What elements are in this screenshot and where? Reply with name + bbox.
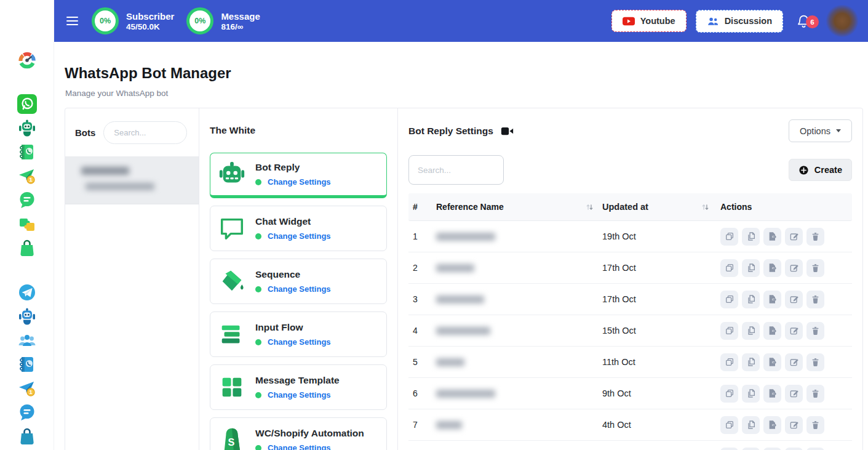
change-settings-link[interactable]: Change Settings bbox=[268, 390, 331, 400]
sort-icon[interactable] bbox=[586, 203, 594, 211]
delete-button[interactable] bbox=[806, 228, 824, 246]
redacted-reference-name bbox=[436, 358, 464, 366]
feature-card-bot-reply[interactable]: Bot ReplyChange Settings bbox=[210, 153, 387, 198]
bot-list-item-selected[interactable] bbox=[65, 156, 199, 204]
export-icon bbox=[768, 388, 778, 398]
sort-icon[interactable] bbox=[701, 203, 709, 211]
copy-button[interactable] bbox=[720, 228, 738, 246]
whatsapp-store-icon[interactable] bbox=[17, 238, 38, 259]
integrations-icon[interactable] bbox=[17, 214, 38, 235]
edit-button[interactable] bbox=[785, 259, 803, 277]
delete-button[interactable] bbox=[806, 259, 824, 277]
table-row: 74th Oct bbox=[408, 409, 852, 441]
bot-features-column: The White Bot ReplyChange SettingsChat W… bbox=[199, 108, 398, 450]
status-dot bbox=[255, 339, 261, 345]
export-button[interactable] bbox=[763, 416, 781, 434]
delete-button[interactable] bbox=[806, 353, 824, 371]
reply-search-input[interactable] bbox=[408, 155, 504, 185]
menu-toggle-icon[interactable] bbox=[65, 12, 79, 30]
change-settings-link[interactable]: Change Settings bbox=[268, 284, 331, 294]
redacted-reference-name bbox=[436, 264, 474, 272]
feature-card-shopify[interactable]: SWC/Shopify AutomationChange Settings bbox=[210, 417, 387, 450]
edit-button[interactable] bbox=[785, 416, 803, 434]
copy-button[interactable] bbox=[720, 259, 738, 277]
telegram-store-icon[interactable] bbox=[17, 426, 38, 447]
duplicate-button[interactable] bbox=[742, 291, 760, 308]
delete-button[interactable] bbox=[806, 291, 824, 308]
delete-button[interactable] bbox=[806, 416, 824, 434]
copy-button[interactable] bbox=[720, 416, 738, 434]
duplicate-button[interactable] bbox=[742, 228, 760, 246]
export-button[interactable] bbox=[763, 322, 781, 340]
export-button[interactable] bbox=[763, 291, 781, 308]
delete-button[interactable] bbox=[806, 385, 824, 403]
duplicate-button[interactable] bbox=[742, 259, 760, 277]
discussion-button[interactable]: Discussion bbox=[696, 10, 783, 33]
duplicate-button[interactable] bbox=[742, 322, 760, 340]
dashboard-icon[interactable] bbox=[17, 49, 38, 70]
avatar[interactable] bbox=[825, 5, 859, 37]
status-dot bbox=[255, 286, 261, 292]
telegram-contacts-icon[interactable] bbox=[17, 354, 38, 375]
whatsapp-bot-icon[interactable] bbox=[17, 118, 38, 139]
header-updated-at[interactable]: Updated at bbox=[597, 202, 713, 212]
bot-reply-icon bbox=[218, 160, 246, 188]
create-button[interactable]: Create bbox=[789, 159, 852, 181]
export-button[interactable] bbox=[763, 259, 781, 277]
edit-button[interactable] bbox=[785, 228, 803, 246]
page-title: WhatsApp Bot Manager bbox=[65, 65, 868, 82]
whatsapp-chat-icon[interactable] bbox=[17, 190, 38, 211]
edit-button[interactable] bbox=[785, 322, 803, 340]
row-number: 6 bbox=[408, 388, 436, 398]
copy-button[interactable] bbox=[720, 448, 738, 450]
export-button[interactable] bbox=[763, 353, 781, 371]
delete-icon bbox=[811, 420, 820, 430]
change-settings-link[interactable]: Change Settings bbox=[268, 443, 331, 450]
copy-button[interactable] bbox=[720, 353, 738, 371]
telegram-groups-icon[interactable] bbox=[17, 330, 38, 351]
feature-card-chat-widget[interactable]: Chat WidgetChange Settings bbox=[210, 206, 387, 251]
bots-search-input[interactable] bbox=[103, 121, 187, 144]
youtube-button[interactable]: Youtube bbox=[611, 10, 687, 32]
video-camera-icon[interactable] bbox=[501, 126, 514, 136]
telegram-chat-icon[interactable] bbox=[17, 402, 38, 423]
notifications-button[interactable]: 6 bbox=[796, 13, 812, 29]
copy-button[interactable] bbox=[720, 291, 738, 308]
feature-card-sequence[interactable]: SequenceChange Settings bbox=[210, 259, 387, 304]
duplicate-icon bbox=[746, 388, 756, 398]
change-settings-link[interactable]: Change Settings bbox=[268, 177, 331, 187]
whatsapp-contacts-icon[interactable] bbox=[17, 142, 38, 163]
duplicate-button[interactable] bbox=[742, 416, 760, 434]
notification-count-badge: 6 bbox=[806, 15, 819, 28]
edit-button[interactable] bbox=[785, 291, 803, 308]
export-button[interactable] bbox=[763, 385, 781, 403]
export-button[interactable] bbox=[763, 448, 781, 450]
whatsapp-broadcast-icon[interactable]: 1 bbox=[17, 166, 38, 187]
export-button[interactable] bbox=[763, 228, 781, 246]
bot-name-heading: The White bbox=[210, 125, 387, 136]
duplicate-button[interactable] bbox=[742, 353, 760, 371]
duplicate-button[interactable] bbox=[742, 385, 760, 403]
telegram-bot-icon[interactable] bbox=[17, 306, 38, 327]
header-reference-name[interactable]: Reference Name bbox=[436, 202, 597, 212]
table-row: 69th Oct bbox=[408, 378, 852, 409]
change-settings-link[interactable]: Change Settings bbox=[268, 231, 331, 241]
telegram-icon[interactable] bbox=[17, 282, 38, 303]
delete-button[interactable] bbox=[806, 322, 824, 340]
edit-button[interactable] bbox=[785, 448, 803, 450]
edit-button[interactable] bbox=[785, 353, 803, 371]
delete-button[interactable] bbox=[806, 448, 824, 450]
whatsapp-icon[interactable] bbox=[17, 94, 38, 115]
options-dropdown-button[interactable]: Options bbox=[789, 119, 852, 142]
duplicate-icon bbox=[746, 420, 756, 430]
copy-button[interactable] bbox=[720, 385, 738, 403]
change-settings-link[interactable]: Change Settings bbox=[268, 337, 331, 347]
duplicate-button[interactable] bbox=[742, 448, 760, 450]
edit-button[interactable] bbox=[785, 385, 803, 403]
feature-card-message-template[interactable]: Message TemplateChange Settings bbox=[210, 364, 387, 410]
feature-card-input-flow[interactable]: Input FlowChange Settings bbox=[210, 311, 387, 357]
copy-button[interactable] bbox=[720, 322, 738, 340]
duplicate-icon bbox=[746, 326, 756, 335]
telegram-broadcast-icon[interactable]: 1 bbox=[17, 378, 38, 399]
duplicate-icon bbox=[746, 294, 756, 304]
